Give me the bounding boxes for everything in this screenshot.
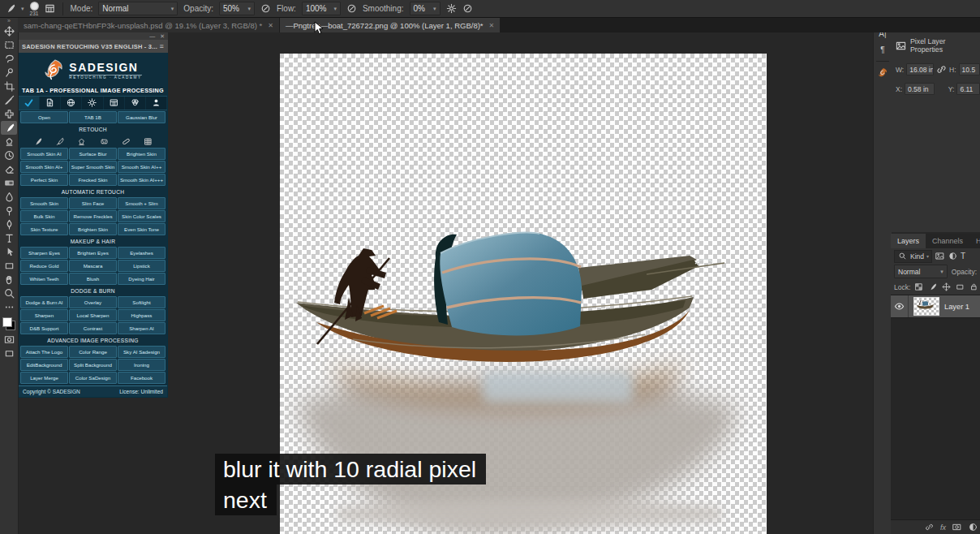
sadesign-button-lipstick[interactable]: Lipstick <box>118 260 165 272</box>
sadesign-button-local-sharpen[interactable]: Local Sharpen <box>69 309 117 321</box>
brush-icon[interactable] <box>33 137 42 146</box>
sadesign-button-skin-color-scales[interactable]: Skin Color Scales <box>118 210 165 222</box>
x-field[interactable]: 0.58 in <box>905 83 935 95</box>
path-select-tool-icon[interactable] <box>1 245 17 259</box>
kind-filter-select[interactable]: Kind ▾ <box>894 250 932 263</box>
marquee-tool-icon[interactable] <box>1 38 17 52</box>
sadesign-button-gaussian-blur[interactable]: Gaussian Blur <box>118 111 165 123</box>
document-tab-boat[interactable]: —Pngtree—boat_726722.png @ 100% (Layer 1… <box>280 18 500 32</box>
hand-tool-icon[interactable] <box>1 273 17 286</box>
smoothing-select[interactable]: 0%▾ <box>410 2 441 15</box>
lock-pixels-icon[interactable] <box>929 282 937 291</box>
sadesign-button-softlight[interactable]: Softlight <box>118 296 165 308</box>
sadesign-button-mascara[interactable]: Mascara <box>69 260 117 272</box>
sadesign-button-contrast[interactable]: Contrast <box>69 322 117 334</box>
link-layers-icon[interactable] <box>925 523 934 532</box>
tab-channels[interactable]: Channels <box>926 234 969 248</box>
sadesign-button-super-smooth-skin[interactable]: Super Smooth Skin <box>69 161 117 173</box>
sadesign-button-color-sadesign[interactable]: Color SaDesign <box>69 372 117 384</box>
tab-history[interactable]: History <box>969 234 980 248</box>
height-field[interactable]: 10.5 <box>959 63 980 75</box>
sadesign-button-layer-merge[interactable]: Layer Merge <box>20 372 68 384</box>
width-field[interactable]: 16.08 in <box>906 63 934 75</box>
ellipsis-tool-icon[interactable] <box>1 300 17 314</box>
sadesign-button-dodge-burn-ai[interactable]: Dodge & Burn AI <box>20 296 68 308</box>
minimize-icon[interactable]: — <box>149 33 155 39</box>
sadesign-button-slim-face[interactable]: Slim Face <box>69 197 117 209</box>
gradient-tool-icon[interactable] <box>1 176 17 190</box>
visibility-eye-icon[interactable] <box>891 295 909 317</box>
sadesign-button-even-skin-tone[interactable]: Even Skin Tone <box>118 223 165 235</box>
sadesign-button-attach-the-logo[interactable]: Attach The Logo <box>20 346 68 358</box>
type-tool-icon[interactable] <box>1 231 17 245</box>
blend-mode-select[interactable]: Normal ▾ <box>894 265 948 278</box>
sadesign-button-brighten-skin[interactable]: Brighten Skin <box>118 148 165 160</box>
filter-pixel-layers-icon[interactable] <box>935 252 944 261</box>
move-tool-icon[interactable] <box>1 24 17 38</box>
stamp-tool-icon[interactable] <box>1 135 17 149</box>
eraser-tool-icon[interactable] <box>1 162 17 176</box>
toggle-brush-panel-icon[interactable] <box>45 3 55 14</box>
sadesign-button-smooth-skin-ai[interactable]: Smooth Skin AI+ <box>20 161 68 173</box>
lock-artboard-icon[interactable] <box>956 282 965 291</box>
sadesign-button-ironing[interactable]: Ironing <box>118 359 165 371</box>
sadesign-button-editbackground[interactable]: EditBackground <box>20 359 68 371</box>
layer-thumbnail[interactable] <box>913 297 939 316</box>
sadesign-button-surface-blur[interactable]: Surface Blur <box>69 148 117 160</box>
stamp-icon[interactable] <box>77 137 86 146</box>
mode-select[interactable]: Normal▾ <box>98 2 178 15</box>
healing-tool-icon[interactable] <box>1 107 17 121</box>
paragraph-panel-icon[interactable]: ¶ <box>875 41 891 58</box>
sadesign-title-bar[interactable]: SADESIGN RETOUCHING V35 ENGLISH - 3... ≡ <box>18 40 168 53</box>
quick-select-tool-icon[interactable] <box>1 66 17 80</box>
collapse-toolbar-icon[interactable]: » <box>7 18 11 24</box>
sadesign-button-d-b-support[interactable]: D&B Support <box>20 322 68 334</box>
sadesign-button-reduce-gold[interactable]: Reduce Gold <box>20 260 68 272</box>
document-tab-unsplash[interactable]: sam-chang-qeETHbnFP3k-unsplash.psd @ 19.… <box>18 18 279 32</box>
color-swatches[interactable] <box>2 317 15 330</box>
opacity-select[interactable]: 50%▾ <box>219 2 255 15</box>
pressure-opacity-icon[interactable] <box>260 3 271 14</box>
sadesign-button-sharpen-eyes[interactable]: Sharpen Eyes <box>20 247 68 259</box>
sadesign-button-brighten-eyes[interactable]: Brighten Eyes <box>69 247 117 259</box>
sadesign-button-smooth-skin-ai[interactable]: Smooth Skin AI <box>20 148 68 160</box>
lock-all-icon[interactable] <box>970 282 978 291</box>
sadesign-nav-venn-icon[interactable] <box>125 97 146 110</box>
shape-tool-icon[interactable] <box>1 259 17 273</box>
pen-tool-icon[interactable] <box>1 217 17 231</box>
sadesign-nav-globe-icon[interactable] <box>61 97 82 110</box>
sadesign-button-facebook[interactable]: Facebook <box>118 372 165 384</box>
sadesign-button-blush[interactable]: Blush <box>69 273 117 285</box>
eyedropper-tool-icon[interactable] <box>1 93 17 107</box>
sadesign-button-sharpen-ai[interactable]: Sharpen AI <box>118 322 165 334</box>
adjustment-layer-icon[interactable] <box>969 523 978 532</box>
sadesign-button-skin-texture[interactable]: Skin Texture <box>20 223 68 235</box>
filter-adjustment-layers-icon[interactable] <box>948 252 956 260</box>
brush-tool-preset-icon[interactable] <box>5 3 15 14</box>
close-icon[interactable]: ✕ <box>160 33 165 40</box>
sadesign-button-color-range[interactable]: Color Range <box>69 346 117 358</box>
sadesign-button-remove-freckles[interactable]: Remove Freckles <box>69 210 117 222</box>
airbrush-icon[interactable] <box>346 3 357 14</box>
sadesign-button-open[interactable]: Open <box>20 111 68 123</box>
sadesign-button-dyeing-hair[interactable]: Dyeing Hair <box>118 273 165 285</box>
sadesign-button-smooth-skin-ai[interactable]: Smooth Skin AI+++ <box>118 174 165 186</box>
bandage-icon[interactable] <box>122 137 131 146</box>
sadesign-button-frecked-skin[interactable]: Frecked Skin <box>69 174 117 186</box>
wet-brush-icon[interactable] <box>55 137 64 146</box>
sadesign-button-highpass[interactable]: Highpass <box>118 309 165 321</box>
sadesign-nav-person-icon[interactable] <box>146 97 167 110</box>
sadesign-button-split-background[interactable]: Split Background <box>69 359 117 371</box>
filter-type-layers-icon[interactable]: T <box>961 252 965 261</box>
sadesign-button-eyelashes[interactable]: Eyelashes <box>118 247 165 259</box>
patch-icon[interactable] <box>100 137 109 146</box>
sadesign-nav-check-icon[interactable] <box>19 97 40 110</box>
sadesign-button-tab-1b[interactable]: TAB 1B <box>69 111 117 123</box>
sadesign-dock-icon[interactable] <box>875 65 891 81</box>
lock-transparent-icon[interactable] <box>915 282 923 291</box>
sadesign-button-overlay[interactable]: Overlay <box>69 296 117 308</box>
close-icon[interactable]: ✕ <box>489 22 495 29</box>
lock-position-icon[interactable] <box>943 282 951 291</box>
tab-layers[interactable]: Layers <box>891 234 926 248</box>
dodge-tool-icon[interactable] <box>1 204 17 217</box>
